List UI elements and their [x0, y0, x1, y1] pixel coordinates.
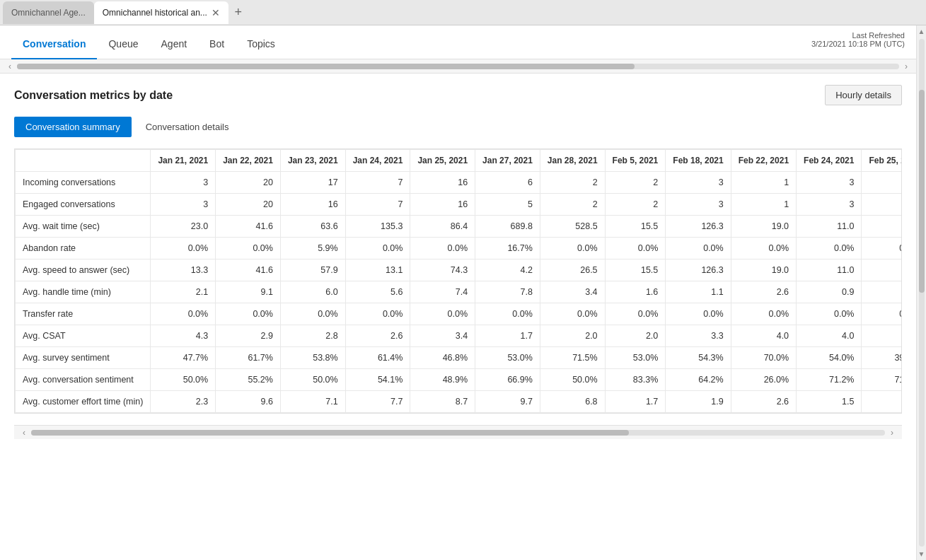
data-cell: 126.3: [666, 259, 731, 281]
data-cell: 46.8%: [410, 347, 475, 369]
data-cell: 3: [797, 194, 862, 216]
data-cell: 41.6: [216, 259, 281, 281]
data-cell: 4.0: [797, 325, 862, 347]
data-cell: 689.8: [475, 216, 540, 238]
v-scroll-track[interactable]: [919, 39, 925, 547]
data-cell: 63.6: [280, 216, 345, 238]
data-cell: 48.9%: [410, 369, 475, 391]
data-cell: 126.3: [666, 216, 731, 238]
data-cell: 2.3: [151, 391, 216, 413]
inactive-tab-label: Omnichannel Age...: [11, 8, 86, 18]
data-cell: 55.2%: [216, 369, 281, 391]
new-tab-button[interactable]: +: [228, 3, 248, 23]
sub-tab-conversation-summary[interactable]: Conversation summary: [14, 117, 132, 137]
bottom-scroll-left-arrow[interactable]: ‹: [20, 428, 28, 438]
data-cell: 47.7%: [151, 347, 216, 369]
data-cell: 5: [862, 172, 902, 194]
row-label-cell: Transfer rate: [16, 303, 151, 325]
sub-tabs: Conversation summary Conversation detail…: [14, 117, 902, 137]
browser-tab-active[interactable]: Omnichannel historical an... ✕: [94, 1, 228, 24]
data-cell: 0.0%: [216, 303, 281, 325]
tab-queue[interactable]: Queue: [97, 30, 149, 59]
data-cell: 0.0%: [666, 238, 731, 259]
hourly-details-button[interactable]: Hourly details: [825, 85, 902, 105]
table-header-row: Jan 21, 2021Jan 22, 2021Jan 23, 2021Jan …: [16, 150, 903, 172]
data-cell: 0.0%: [797, 303, 862, 325]
data-cell: 23.0: [151, 216, 216, 238]
sub-tab-conversation-details[interactable]: Conversation details: [134, 117, 241, 137]
data-cell: 0.0%: [862, 303, 902, 325]
bottom-scroll-right-arrow[interactable]: ›: [888, 428, 896, 438]
data-cell: 1.6: [605, 281, 666, 303]
data-cell: 7: [345, 194, 410, 216]
table-row: Avg. handle time (min)2.19.16.05.67.47.8…: [16, 281, 903, 303]
column-header: Feb 24, 2021: [797, 150, 862, 172]
table-row: Avg. CSAT4.32.92.82.63.41.72.02.03.34.04…: [16, 325, 903, 347]
data-cell: 0.0%: [731, 238, 796, 259]
data-cell: 16: [280, 194, 345, 216]
data-cell: 2.0: [540, 325, 605, 347]
data-cell: 0.0%: [605, 238, 666, 259]
data-cell: 71.6%: [862, 369, 902, 391]
data-cell: 5.6: [345, 281, 410, 303]
data-cell: 0.0%: [540, 303, 605, 325]
browser-tab-inactive[interactable]: Omnichannel Age...: [3, 1, 94, 24]
data-cell: 20: [216, 172, 281, 194]
table-row: Avg. speed to answer (sec)13.341.657.913…: [16, 259, 903, 281]
data-cell: 7.4: [410, 281, 475, 303]
data-cell: 15.5: [605, 216, 666, 238]
bottom-scroll-thumb: [31, 430, 629, 436]
data-cell: 53.0%: [605, 347, 666, 369]
row-label-cell: Avg. handle time (min): [16, 281, 151, 303]
data-cell: 0.0%: [280, 303, 345, 325]
last-refreshed-label: Last Refreshed: [811, 31, 905, 40]
scroll-track[interactable]: [17, 64, 899, 69]
data-cell: 1.9: [666, 391, 731, 413]
column-header: Jan 23, 2021: [280, 150, 345, 172]
data-cell: 9.6: [216, 391, 281, 413]
tab-bot[interactable]: Bot: [198, 30, 236, 59]
bottom-scroll-track[interactable]: [31, 430, 885, 436]
data-cell: 71.2%: [797, 369, 862, 391]
data-cell: 10.8: [862, 259, 902, 281]
data-cell: 3: [151, 194, 216, 216]
data-cell: 53.8%: [280, 347, 345, 369]
tab-conversation[interactable]: Conversation: [11, 30, 97, 59]
row-label-cell: Avg. customer effort time (min): [16, 391, 151, 413]
column-header: Feb 22, 2021: [731, 150, 796, 172]
data-cell: 54.0%: [797, 347, 862, 369]
data-cell: 1.1: [666, 281, 731, 303]
nav-tabs: Conversation Queue Agent Bot Topics Last…: [0, 25, 916, 59]
section-title: Conversation metrics by date: [14, 89, 173, 102]
scroll-right-arrow[interactable]: ›: [902, 62, 910, 71]
data-cell: 6.3: [862, 281, 902, 303]
data-cell: 0.0%: [410, 238, 475, 259]
data-cell: 0.9: [797, 281, 862, 303]
section-header: Conversation metrics by date Hourly deta…: [14, 85, 902, 105]
data-cell: 528.5: [540, 216, 605, 238]
data-cell: 64.2%: [666, 369, 731, 391]
data-cell: 26.5: [540, 259, 605, 281]
scroll-up-arrow[interactable]: ▲: [916, 25, 926, 37]
tab-agent[interactable]: Agent: [150, 30, 199, 59]
data-cell: 3: [666, 172, 731, 194]
data-cell: 9.1: [216, 281, 281, 303]
data-cell: 61.4%: [345, 347, 410, 369]
content-area: Conversation metrics by date Hourly deta…: [0, 74, 916, 450]
data-cell: 0.0%: [151, 238, 216, 259]
tab-topics[interactable]: Topics: [236, 30, 287, 59]
data-cell: 3: [797, 172, 862, 194]
data-cell: 0.0%: [862, 238, 902, 259]
column-header: Jan 24, 2021: [345, 150, 410, 172]
data-cell: 54.1%: [345, 369, 410, 391]
data-cell: 0.0%: [666, 303, 731, 325]
scroll-left-arrow[interactable]: ‹: [6, 62, 14, 71]
data-cell: 50.0%: [540, 369, 605, 391]
close-tab-icon[interactable]: ✕: [212, 7, 220, 18]
data-cell: 86.4: [410, 216, 475, 238]
data-cell: 1: [731, 172, 796, 194]
data-cell: 2.6: [345, 325, 410, 347]
scroll-down-arrow[interactable]: ▼: [916, 548, 926, 560]
data-cell: 26.0%: [731, 369, 796, 391]
data-cell: 6.3: [862, 391, 902, 413]
